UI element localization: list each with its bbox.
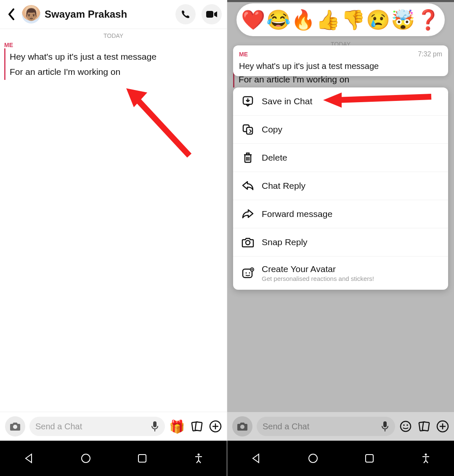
microphone-icon[interactable] (381, 421, 389, 432)
reaction-cry[interactable]: 😢 (367, 9, 389, 31)
reaction-question[interactable]: ❓ (417, 9, 439, 31)
menu-create-avatar[interactable]: Create Your Avatar Get personalised reac… (233, 257, 448, 290)
video-icon (206, 10, 218, 19)
plus-circle-icon[interactable] (436, 420, 449, 433)
chat-screen-left: 👨🏽 Swayam Prakash TODAY ME Hey what's up… (0, 0, 227, 476)
menu-save-in-chat[interactable]: Save in Chat (233, 87, 448, 116)
camera-button[interactable] (5, 416, 25, 436)
reaction-thumbs-down[interactable]: 👎 (342, 9, 364, 31)
preview-message: Hey what's up it's just a test message (239, 61, 442, 71)
menu-copy[interactable]: Copy (233, 116, 448, 144)
svg-rect-2 (153, 421, 157, 427)
forward-icon (242, 208, 254, 220)
reaction-heart[interactable]: ❤️ (242, 9, 264, 31)
chat-name[interactable]: Swayam Prakash (45, 8, 170, 20)
svg-rect-25 (383, 421, 387, 427)
chat-bottom-bar: Send a Chat 🎁 (0, 412, 227, 441)
menu-label: Chat Reply (262, 181, 305, 191)
camera-outline-icon (242, 236, 254, 249)
menu-snap-reply[interactable]: Snap Reply (233, 228, 448, 257)
avatar[interactable]: 👨🏽 (22, 5, 40, 24)
camera-button[interactable] (232, 416, 252, 436)
chat-screen-right: TODAY ME Hey what's up it's just a test … (227, 0, 454, 476)
svg-point-37 (425, 454, 427, 456)
phone-icon (181, 9, 191, 19)
nav-accessibility-icon[interactable] (194, 453, 204, 464)
reaction-bar: ❤️ 😂 🔥 👍 👎 😢 🤯 ❓ (236, 3, 445, 36)
rocket-icon[interactable] (418, 420, 430, 433)
bottom-icons: 🎁 (169, 419, 222, 434)
menu-label: Delete (262, 153, 287, 163)
chat-input[interactable]: Send a Chat (257, 417, 395, 436)
copy-icon (242, 123, 254, 136)
android-nav-bar-left (0, 441, 227, 476)
svg-point-19 (246, 241, 250, 245)
nav-recent-icon[interactable] (137, 453, 147, 463)
chat-input[interactable]: Send a Chat (29, 417, 165, 436)
svg-point-35 (309, 454, 317, 463)
menu-sublabel: Get personalised reactions and stickers! (262, 275, 374, 282)
nav-accessibility-icon[interactable] (421, 453, 431, 464)
nav-back-icon[interactable] (23, 453, 34, 464)
svg-point-22 (249, 272, 250, 273)
message-block[interactable]: Hey what's up it's just a test message F… (4, 48, 227, 80)
svg-point-29 (406, 424, 408, 426)
reply-icon (242, 180, 254, 192)
svg-rect-36 (366, 455, 373, 462)
message-preview-card: ME 7:32 pm Hey what's up it's just a tes… (233, 45, 448, 76)
svg-point-27 (401, 421, 411, 431)
menu-delete[interactable]: Delete (233, 144, 448, 172)
menu-label: Create Your Avatar (262, 264, 374, 274)
status-bar (227, 0, 454, 2)
svg-rect-5 (195, 422, 202, 431)
svg-point-21 (246, 272, 247, 273)
bottom-icons (399, 420, 449, 433)
plus-circle-icon[interactable] (209, 420, 222, 433)
menu-forward[interactable]: Forward message (233, 200, 448, 228)
preview-time: 7:32 pm (418, 50, 442, 58)
svg-rect-31 (422, 422, 430, 431)
gift-icon[interactable]: 🎁 (169, 419, 185, 434)
sender-label: ME (0, 41, 227, 48)
reaction-thumbs-up[interactable]: 👍 (317, 9, 339, 31)
svg-rect-0 (206, 11, 213, 18)
trash-icon (242, 151, 254, 164)
avatar-plus-icon (242, 267, 254, 280)
nav-home-icon[interactable] (308, 453, 319, 464)
video-call-button[interactable] (202, 4, 222, 24)
chat-placeholder: Send a Chat (263, 422, 309, 431)
chat-header: 👨🏽 Swayam Prakash (0, 0, 227, 29)
svg-rect-10 (138, 455, 146, 462)
reaction-laugh[interactable]: 😂 (267, 9, 289, 31)
nav-recent-icon[interactable] (364, 453, 374, 463)
message-line: For an article I'm working on (10, 64, 227, 79)
nav-home-icon[interactable] (80, 453, 91, 464)
svg-point-24 (240, 425, 244, 429)
camera-icon (237, 422, 248, 431)
microphone-icon[interactable] (151, 421, 159, 432)
back-button[interactable] (5, 8, 18, 21)
menu-chat-reply[interactable]: Chat Reply (233, 172, 448, 200)
rocket-icon[interactable] (191, 420, 203, 433)
chevron-left-icon (8, 8, 15, 20)
chat-bottom-bar: Send a Chat (227, 412, 454, 441)
menu-label: Forward message (262, 209, 332, 219)
menu-label: Snap Reply (262, 237, 308, 247)
svg-point-28 (403, 424, 405, 426)
emoji-icon[interactable] (399, 420, 412, 433)
reaction-mindblown[interactable]: 🤯 (392, 9, 414, 31)
menu-label: Copy (262, 124, 282, 135)
date-divider: TODAY (0, 29, 227, 41)
nav-back-icon[interactable] (250, 453, 261, 464)
android-nav-bar-right (227, 441, 454, 476)
audio-call-button[interactable] (175, 4, 196, 24)
camera-icon (10, 422, 21, 431)
menu-label: Save in Chat (262, 96, 312, 106)
message-line: Hey what's up it's just a test message (10, 49, 227, 64)
reaction-fire[interactable]: 🔥 (292, 9, 314, 31)
context-menu: Save in Chat Copy Delete Chat Reply Forw… (233, 87, 448, 290)
save-icon (242, 95, 254, 108)
svg-point-1 (13, 425, 17, 429)
svg-point-11 (198, 454, 200, 456)
chat-placeholder: Send a Chat (35, 422, 82, 431)
